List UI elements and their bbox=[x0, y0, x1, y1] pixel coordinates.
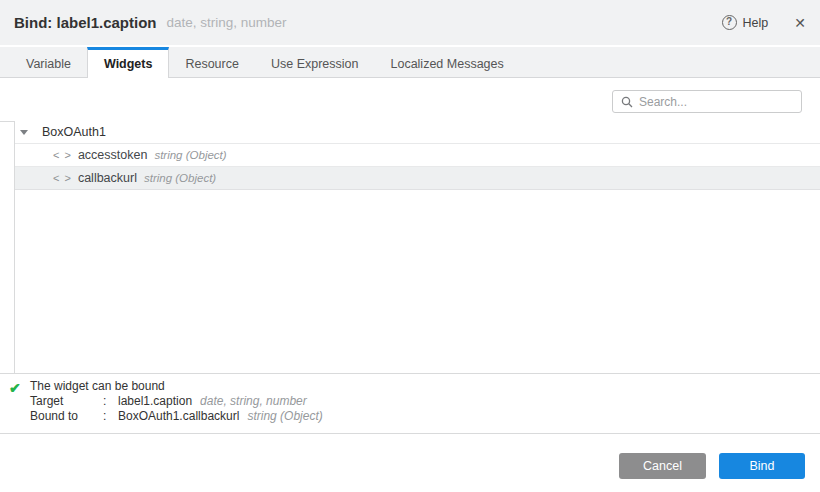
status-boundto-row: Bound to : BoxOAuth1.callbackurl string … bbox=[30, 409, 820, 424]
cancel-button[interactable]: Cancel bbox=[619, 453, 706, 479]
tab-variable[interactable]: Variable bbox=[10, 47, 87, 77]
status-boundto-type: string (Object) bbox=[247, 409, 322, 424]
tab-use-expression[interactable]: Use Expression bbox=[255, 47, 375, 77]
help-link[interactable]: Help bbox=[743, 16, 769, 30]
tree-node-type: string (Object) bbox=[154, 149, 226, 161]
search-icon bbox=[621, 96, 633, 108]
tab-resource[interactable]: Resource bbox=[169, 47, 255, 77]
dialog-footer: Cancel Bind bbox=[619, 453, 805, 479]
dialog-type-hint: date, string, number bbox=[167, 15, 287, 30]
status-message: The widget can be bound bbox=[30, 379, 820, 394]
status-target-row: Target : label1.caption date, string, nu… bbox=[30, 394, 820, 409]
status-colon: : bbox=[103, 394, 118, 409]
help-icon[interactable]: ? bbox=[722, 15, 737, 30]
dialog-header: Bind: label1.caption date, string, numbe… bbox=[0, 0, 820, 45]
tree-node-label: callbackurl bbox=[78, 171, 137, 185]
tab-localized-messages[interactable]: Localized Messages bbox=[374, 47, 519, 77]
tree-item-accesstoken[interactable]: < > accesstoken string (Object) bbox=[15, 144, 820, 167]
search-input[interactable] bbox=[639, 95, 794, 109]
bind-button[interactable]: Bind bbox=[719, 453, 805, 479]
panel-top-border bbox=[0, 121, 15, 122]
bind-dialog: Bind: label1.caption date, string, numbe… bbox=[0, 0, 820, 492]
collapse-caret-icon[interactable] bbox=[20, 130, 28, 135]
tree-node-label: accesstoken bbox=[78, 148, 147, 162]
header-actions: ? Help ✕ bbox=[722, 15, 806, 30]
property-brackets-icon: < > bbox=[53, 172, 72, 184]
status-colon: : bbox=[103, 409, 118, 424]
tab-bar: Variable Widgets Resource Use Expression… bbox=[0, 47, 820, 78]
status-target-label: Target bbox=[30, 394, 103, 409]
status-boundto-value: BoxOAuth1.callbackurl bbox=[118, 409, 239, 424]
close-icon[interactable]: ✕ bbox=[794, 16, 806, 30]
tree-item-callbackurl[interactable]: < > callbackurl string (Object) bbox=[15, 167, 820, 190]
dialog-title: Bind: label1.caption bbox=[14, 14, 157, 31]
search-box bbox=[612, 90, 802, 113]
status-target-type: date, string, number bbox=[200, 394, 307, 409]
bind-status-panel: ✔ The widget can be bound Target : label… bbox=[0, 373, 820, 434]
tree-item-boxoauth1[interactable]: BoxOAuth1 bbox=[15, 121, 820, 144]
success-check-icon: ✔ bbox=[9, 381, 21, 395]
tree-root-label: BoxOAuth1 bbox=[42, 125, 106, 139]
widget-tree: BoxOAuth1 < > accesstoken string (Object… bbox=[15, 121, 820, 190]
status-boundto-label: Bound to bbox=[30, 409, 103, 424]
status-body: The widget can be bound Target : label1.… bbox=[30, 379, 820, 423]
tree-node-type: string (Object) bbox=[144, 172, 216, 184]
property-brackets-icon: < > bbox=[53, 149, 72, 161]
tab-widgets[interactable]: Widgets bbox=[87, 47, 170, 78]
status-target-value: label1.caption bbox=[118, 394, 192, 409]
